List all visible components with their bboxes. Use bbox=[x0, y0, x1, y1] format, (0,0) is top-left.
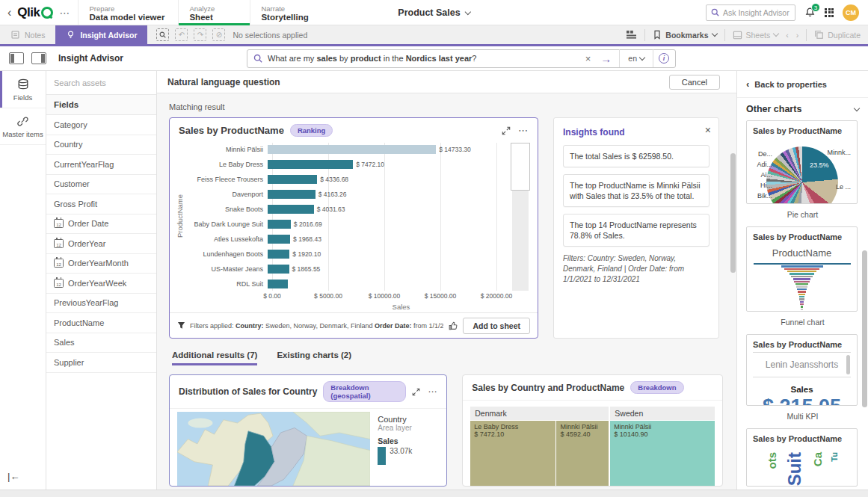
main-scrollbar[interactable] bbox=[730, 153, 736, 273]
bar-row[interactable]: Feiss Fleece Trousers$ 4336.68 bbox=[184, 173, 508, 185]
tab-existing-charts-2-[interactable]: Existing charts (2) bbox=[277, 351, 351, 365]
clear-selections-icon[interactable]: ⊘ bbox=[212, 28, 225, 41]
field-item-supplier[interactable]: Supplier bbox=[46, 353, 156, 373]
bar-row[interactable]: Atles Lussekofta$ 1968.43 bbox=[184, 233, 508, 246]
pie-chart-suggestion-card[interactable]: Sales by ProductName 23.5% De...Adi...Ai… bbox=[746, 120, 858, 204]
toggle-left-panel-icon[interactable] bbox=[9, 52, 24, 64]
treemap-visualization[interactable]: DenmarkLe Baby Dress$ 7472.10Minnki Päls… bbox=[470, 407, 715, 486]
bar[interactable] bbox=[268, 145, 436, 154]
treemap-cell[interactable]: Le Baby Dress$ 7472.10 bbox=[470, 421, 555, 486]
chart-menu-icon[interactable]: ⋯ bbox=[518, 125, 529, 136]
field-item-sales[interactable]: Sales bbox=[46, 333, 156, 354]
insight-card[interactable]: The top 14 ProductName represents 78.8% … bbox=[563, 214, 710, 247]
info-icon[interactable]: i bbox=[659, 53, 669, 64]
kpi-scrollbar[interactable] bbox=[846, 355, 850, 374]
back-to-properties-button[interactable]: ‹ Back to properties bbox=[737, 71, 868, 98]
sheets-dropdown[interactable]: Sheets bbox=[733, 31, 779, 40]
cancel-button[interactable]: Cancel bbox=[669, 75, 720, 90]
close-icon[interactable]: × bbox=[705, 124, 711, 136]
field-item-gross-profit[interactable]: Gross Profit bbox=[46, 194, 156, 214]
properties-scrollbar[interactable] bbox=[862, 250, 867, 407]
funnel-chart-suggestion-card[interactable]: Sales by ProductName ProductName bbox=[746, 226, 858, 312]
insight-advisor-tab[interactable]: Insight Advisor bbox=[55, 25, 147, 44]
bar[interactable] bbox=[268, 190, 316, 199]
bar[interactable] bbox=[268, 250, 289, 259]
multi-kpi-suggestion-card[interactable]: Sales by ProductName Lenin Jeansshorts S… bbox=[746, 334, 858, 406]
bar[interactable] bbox=[268, 280, 288, 288]
treemap-cell[interactable]: Minnki Pälsii$ 4592.40 bbox=[556, 421, 609, 486]
treemap-cell[interactable]: Minnki Pälsii$ 10140.90 bbox=[610, 421, 715, 486]
sidebar-item-master-items[interactable]: Master items bbox=[0, 108, 46, 145]
word-cloud-word[interactable]: ots bbox=[766, 452, 778, 469]
bar[interactable] bbox=[268, 160, 353, 169]
map-visualization[interactable] bbox=[177, 412, 370, 486]
chart-minimap-scrollbar[interactable] bbox=[512, 143, 529, 291]
toggle-right-panel-icon[interactable] bbox=[31, 52, 46, 64]
kpi-dimension-box[interactable]: Lenin Jeansshorts bbox=[753, 352, 851, 377]
field-item-orderyearmonth[interactable]: 12OrderYearMonth bbox=[46, 254, 156, 274]
field-item-orderyearweek[interactable]: 12OrderYearWeek bbox=[46, 274, 156, 294]
other-charts-section-header[interactable]: Other charts bbox=[737, 98, 868, 120]
expand-icon[interactable] bbox=[412, 388, 420, 396]
notifications-button[interactable]: 3 bbox=[804, 7, 816, 18]
bar-row[interactable]: RDL Suit bbox=[184, 278, 508, 291]
field-item-orderyear[interactable]: 12OrderYear bbox=[46, 234, 156, 254]
bar-row[interactable]: US-Master Jeans$ 1865.55 bbox=[184, 263, 508, 276]
language-dropdown[interactable]: en bbox=[625, 54, 647, 63]
more-menu-icon[interactable]: ⋯ bbox=[59, 7, 70, 19]
insight-card[interactable]: The top ProductName is Minnki Pälsii wit… bbox=[563, 174, 710, 207]
field-item-customer[interactable]: Customer bbox=[46, 175, 156, 195]
expand-icon[interactable] bbox=[502, 126, 511, 135]
field-item-country[interactable]: Country bbox=[46, 135, 156, 155]
bar[interactable] bbox=[268, 220, 291, 229]
field-item-order-date[interactable]: 12Order Date bbox=[46, 214, 156, 235]
nav-tab-analyze[interactable]: AnalyzeSheet bbox=[178, 0, 250, 25]
bar-row[interactable]: Davenport$ 4163.26 bbox=[184, 188, 508, 200]
search-assets-input[interactable]: Search assets bbox=[46, 71, 156, 95]
field-item-productname[interactable]: ProductName bbox=[46, 313, 156, 333]
field-item-currentyearflag[interactable]: CurrentYearFlag bbox=[46, 155, 156, 175]
add-to-sheet-button[interactable]: Add to sheet bbox=[463, 318, 530, 334]
collapse-panel-icon[interactable]: |← bbox=[0, 463, 46, 490]
notes-tab[interactable]: Notes bbox=[0, 25, 55, 44]
bar-row[interactable]: Baby Dark Lounge Suit$ 2016.69 bbox=[184, 218, 508, 231]
qlik-logo[interactable]: Qlik bbox=[17, 5, 53, 20]
clear-query-icon[interactable]: × bbox=[583, 53, 594, 64]
minimap-viewport[interactable] bbox=[511, 143, 530, 191]
step-forward-icon[interactable]: ↷ bbox=[194, 28, 206, 41]
bar-row[interactable]: Lundenhagen Boots$ 1920.10 bbox=[184, 248, 508, 261]
back-icon[interactable]: ‹ bbox=[6, 6, 13, 19]
bar-chart-card[interactable]: Sales by ProductName Ranking ⋯ ProductNa… bbox=[169, 117, 538, 339]
duplicate-button[interactable]: Duplicate bbox=[814, 30, 861, 40]
word-cloud-suggestion-card[interactable]: Sales by ProductName otsSuitCaTu bbox=[746, 428, 858, 487]
avatar[interactable]: CM bbox=[843, 4, 859, 21]
field-item-previousyearflag[interactable]: PreviousYearFlag bbox=[46, 294, 156, 314]
next-sheet-button[interactable]: › bbox=[796, 31, 799, 40]
prev-sheet-button[interactable]: ‹ bbox=[786, 31, 789, 40]
submit-query-icon[interactable]: → bbox=[598, 52, 614, 65]
sidebar-item-fields[interactable]: Fields bbox=[0, 71, 46, 108]
word-cloud-word[interactable]: Suit bbox=[784, 452, 805, 486]
word-cloud-word[interactable]: Ca bbox=[811, 452, 824, 466]
bar[interactable] bbox=[268, 205, 314, 214]
sheet-grid-icon[interactable] bbox=[626, 30, 637, 40]
app-title-dropdown[interactable]: Product Sales bbox=[398, 0, 470, 25]
bar[interactable] bbox=[268, 265, 289, 274]
bar-row[interactable]: Snake Boots$ 4031.63 bbox=[184, 203, 508, 215]
treemap-chart-card[interactable]: Sales by Country and ProductName Breakdo… bbox=[462, 374, 723, 487]
word-cloud-word[interactable]: Tu bbox=[830, 452, 839, 462]
bar-row[interactable]: Minnki Pälsii$ 14733.30 bbox=[184, 143, 508, 155]
insight-card[interactable]: The total Sales is $ 62598.50. bbox=[563, 145, 710, 167]
bar-row[interactable]: Le Baby Dress$ 7472.10 bbox=[184, 158, 508, 170]
bar[interactable] bbox=[268, 235, 290, 244]
map-chart-card[interactable]: Distribution of Sales for Country Breakd… bbox=[169, 374, 447, 487]
step-back-icon[interactable]: ↶ bbox=[175, 28, 188, 41]
bookmarks-dropdown[interactable]: Bookmarks bbox=[653, 30, 716, 40]
global-search-input[interactable]: Ask Insight Advisor bbox=[706, 4, 795, 21]
chart-menu-icon[interactable]: ⋯ bbox=[428, 386, 437, 397]
thumbs-up-icon[interactable] bbox=[448, 321, 458, 331]
smart-search-icon[interactable] bbox=[156, 28, 169, 41]
nav-tab-prepare[interactable]: PrepareData model viewer bbox=[78, 0, 178, 25]
bar[interactable] bbox=[268, 175, 317, 184]
nlq-search-input[interactable]: What are my sales by product in the Nord… bbox=[247, 49, 676, 68]
